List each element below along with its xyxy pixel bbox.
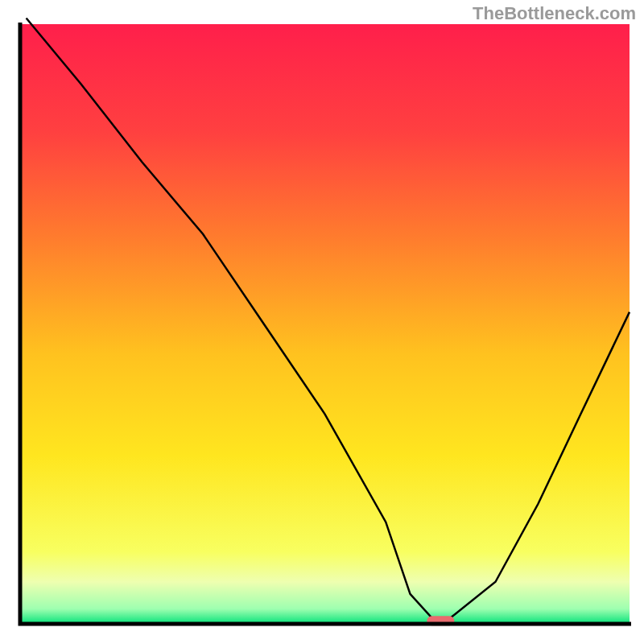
watermark-text: TheBottleneck.com bbox=[473, 3, 636, 24]
plot-background bbox=[20, 24, 630, 624]
chart-container: TheBottleneck.com bbox=[0, 0, 644, 644]
bottleneck-chart bbox=[0, 0, 644, 644]
